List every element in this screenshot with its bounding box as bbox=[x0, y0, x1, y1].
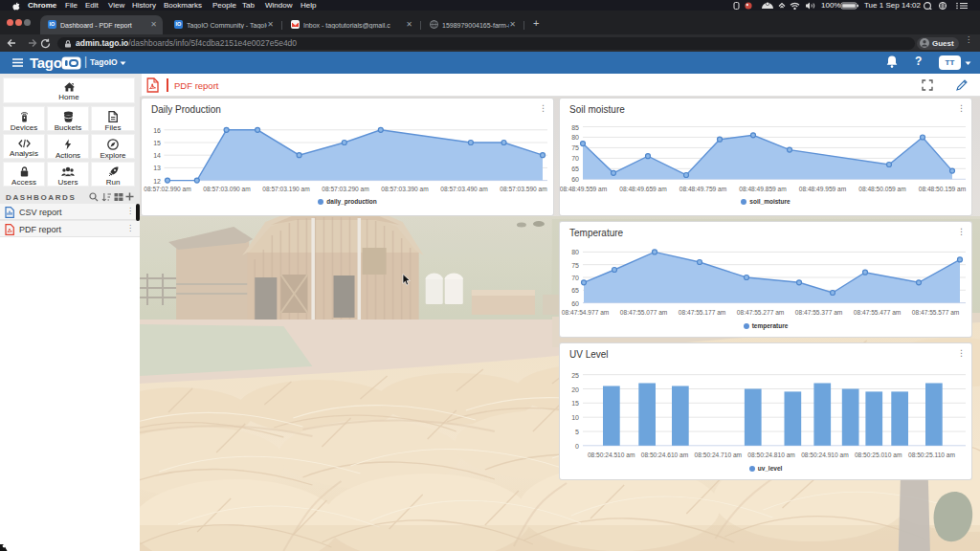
svg-text:08:57:03.190 am: 08:57:03.190 am bbox=[262, 186, 310, 192]
svg-text:12: 12 bbox=[153, 178, 161, 185]
svg-text:08:50:24.810 am: 08:50:24.810 am bbox=[747, 452, 795, 458]
svg-text:15: 15 bbox=[153, 140, 161, 146]
svg-text:08:48:49.559 am: 08:48:49.559 am bbox=[560, 186, 608, 192]
svg-text:08:48:49.859 am: 08:48:49.859 am bbox=[739, 186, 787, 192]
svg-text:70: 70 bbox=[571, 275, 579, 281]
svg-text:08:50:24.510 am: 08:50:24.510 am bbox=[588, 452, 635, 458]
svg-text:08:48:49.659 am: 08:48:49.659 am bbox=[619, 186, 667, 192]
svg-text:25: 25 bbox=[571, 372, 579, 379]
svg-text:14: 14 bbox=[153, 152, 161, 159]
svg-text:75: 75 bbox=[571, 144, 579, 151]
svg-text:08:57:03.490 am: 08:57:03.490 am bbox=[440, 186, 488, 192]
svg-text:08:47:55.477 am: 08:47:55.477 am bbox=[854, 309, 902, 316]
svg-text:08:48:50.059 am: 08:48:50.059 am bbox=[858, 186, 906, 192]
svg-text:08:47:55.177 am: 08:47:55.177 am bbox=[679, 309, 726, 316]
svg-text:5: 5 bbox=[575, 429, 579, 435]
svg-text:16: 16 bbox=[153, 127, 161, 134]
svg-text:0: 0 bbox=[575, 443, 579, 450]
svg-text:08:50:24.610 am: 08:50:24.610 am bbox=[641, 452, 689, 458]
svg-text:65: 65 bbox=[571, 287, 579, 294]
svg-text:60: 60 bbox=[571, 176, 579, 183]
svg-text:13: 13 bbox=[153, 165, 161, 171]
svg-text:08:50:24.910 am: 08:50:24.910 am bbox=[801, 452, 849, 458]
svg-text:70: 70 bbox=[571, 155, 579, 162]
svg-text:08:47:55.077 am: 08:47:55.077 am bbox=[620, 309, 668, 316]
svg-text:08:50:24.710 am: 08:50:24.710 am bbox=[695, 452, 743, 458]
svg-text:08:57:03.090 am: 08:57:03.090 am bbox=[203, 186, 251, 192]
svg-text:08:50:25.010 am: 08:50:25.010 am bbox=[855, 452, 902, 458]
svg-text:60: 60 bbox=[571, 300, 579, 307]
svg-text:08:57:03.590 am: 08:57:03.590 am bbox=[500, 186, 547, 192]
svg-text:20: 20 bbox=[571, 386, 579, 393]
svg-text:08:47:55.577 am: 08:47:55.577 am bbox=[912, 309, 960, 316]
svg-text:08:48:50.159 am: 08:48:50.159 am bbox=[919, 186, 967, 192]
svg-text:08:57:03.290 am: 08:57:03.290 am bbox=[322, 186, 369, 192]
svg-text:65: 65 bbox=[571, 165, 579, 172]
svg-text:10: 10 bbox=[571, 414, 579, 421]
svg-text:80: 80 bbox=[571, 134, 579, 141]
svg-text:15: 15 bbox=[571, 400, 579, 407]
svg-text:75: 75 bbox=[571, 262, 579, 269]
svg-text:08:57:02.990 am: 08:57:02.990 am bbox=[144, 186, 191, 192]
svg-text:80: 80 bbox=[571, 249, 579, 255]
svg-text:08:48:49.959 am: 08:48:49.959 am bbox=[799, 186, 847, 192]
svg-text:08:47:55.377 am: 08:47:55.377 am bbox=[795, 309, 843, 316]
svg-text:08:47:54.977 am: 08:47:54.977 am bbox=[562, 309, 610, 316]
svg-text:08:50:25.110 am: 08:50:25.110 am bbox=[908, 452, 956, 458]
svg-text:08:48:49.759 am: 08:48:49.759 am bbox=[679, 186, 727, 192]
svg-text:85: 85 bbox=[571, 124, 579, 131]
svg-text:08:57:03.390 am: 08:57:03.390 am bbox=[381, 186, 429, 192]
svg-text:08:47:55.277 am: 08:47:55.277 am bbox=[737, 309, 785, 316]
